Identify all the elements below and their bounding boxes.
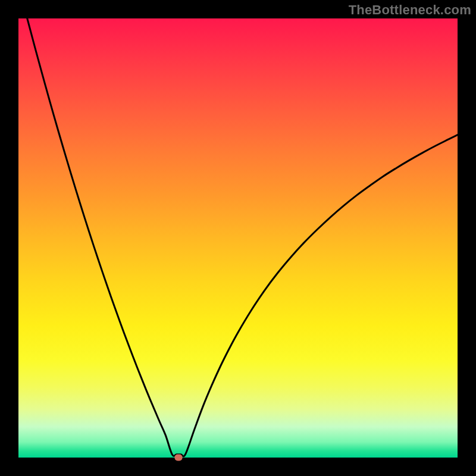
minimum-dot: [175, 455, 183, 461]
watermark-text: TheBottleneck.com: [349, 2, 471, 18]
plot-area: [18, 18, 458, 458]
bottleneck-curve: [18, 18, 458, 458]
curve-path: [27, 18, 458, 456]
chart-frame: TheBottleneck.com: [0, 0, 476, 476]
